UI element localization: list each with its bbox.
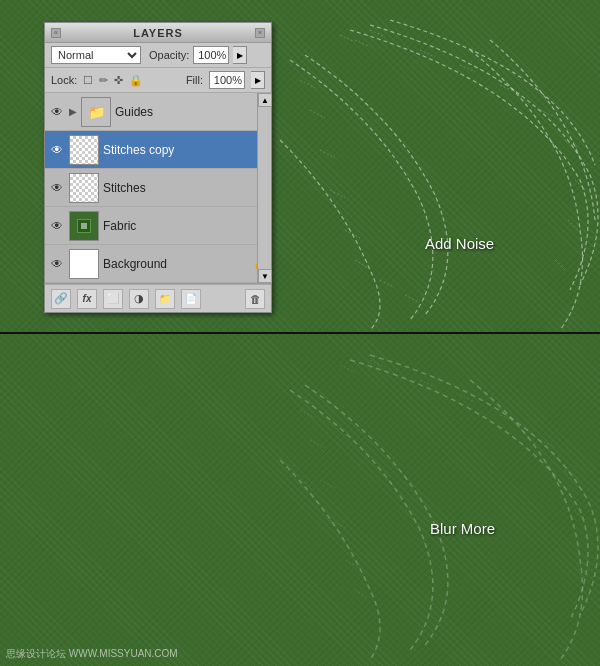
blend-mode-row: Normal Multiply Screen Overlay Opacity: … <box>45 43 271 68</box>
lock-all-icon[interactable]: 🔒 <box>129 74 143 87</box>
watermark: 思缘设计论坛 WWW.MISSYUAN.COM <box>6 647 178 661</box>
panel-title: LAYERS <box>133 27 183 39</box>
layers-panel: « LAYERS × Normal Multiply Screen Overla… <box>44 22 272 313</box>
fabric-background-bottom <box>0 333 600 666</box>
panel-controls: « <box>51 28 61 38</box>
blend-mode-select[interactable]: Normal Multiply Screen Overlay <box>51 46 141 64</box>
thumbnail-background <box>69 249 99 279</box>
layer-stitches-copy[interactable]: 👁 Stitches copy <box>45 131 271 169</box>
layer-background[interactable]: 👁 Background 🔒 <box>45 245 271 283</box>
layers-scrollbar[interactable]: ▲ ▼ <box>257 93 271 283</box>
folder-btn[interactable]: 📁 <box>155 289 175 309</box>
add-mask-btn[interactable]: ⬜ <box>103 289 123 309</box>
lock-pixels-icon[interactable]: ✏ <box>99 74 108 87</box>
panel-minimize-btn[interactable]: « <box>51 28 61 38</box>
layer-name-stitches-copy: Stitches copy <box>103 143 267 157</box>
opacity-arrow[interactable]: ▶ <box>233 46 247 64</box>
layer-name-fabric: Fabric <box>103 219 267 233</box>
link-layers-btn[interactable]: 🔗 <box>51 289 71 309</box>
panel-toolbar: 🔗 fx ⬜ ◑ 📁 📄 🗑 <box>45 284 271 312</box>
lock-row: Lock: ☐ ✏ ✜ 🔒 Fill: ▶ <box>45 68 271 93</box>
eye-icon-guides[interactable]: 👁 <box>49 104 65 120</box>
layer-fx-btn[interactable]: fx <box>77 289 97 309</box>
scroll-down-btn[interactable]: ▼ <box>258 269 272 283</box>
panel-titlebar: « LAYERS × <box>45 23 271 43</box>
layer-name-guides: Guides <box>115 105 267 119</box>
eye-icon-stitches[interactable]: 👁 <box>49 180 65 196</box>
thumbnail-guides: 📁 <box>81 97 111 127</box>
eye-icon-stitches-copy[interactable]: 👁 <box>49 142 65 158</box>
lock-transparent-icon[interactable]: ☐ <box>83 74 93 87</box>
adjustment-btn[interactable]: ◑ <box>129 289 149 309</box>
opacity-input[interactable] <box>193 46 229 64</box>
eye-icon-background[interactable]: 👁 <box>49 256 65 272</box>
thumbnail-stitches <box>69 173 99 203</box>
eye-icon-fabric[interactable]: 👁 <box>49 218 65 234</box>
expand-icon-guides[interactable]: ▶ <box>69 106 77 117</box>
new-layer-btn[interactable]: 📄 <box>181 289 201 309</box>
thumbnail-stitches-copy <box>69 135 99 165</box>
layer-name-background: Background <box>103 257 249 271</box>
delete-layer-btn[interactable]: 🗑 <box>245 289 265 309</box>
layer-stitches[interactable]: 👁 Stitches <box>45 169 271 207</box>
layer-guides[interactable]: 👁 ▶ 📁 Guides <box>45 93 271 131</box>
fill-arrow[interactable]: ▶ <box>251 71 265 89</box>
panel-close-btn[interactable]: × <box>255 28 265 38</box>
layer-name-stitches: Stitches <box>103 181 267 195</box>
fill-label: Fill: <box>186 74 203 86</box>
layer-fabric[interactable]: 👁 Fabric <box>45 207 271 245</box>
opacity-label: Opacity: <box>149 49 189 61</box>
lock-position-icon[interactable]: ✜ <box>114 74 123 87</box>
folder-icon-guides: 📁 <box>88 104 105 120</box>
fill-input[interactable] <box>209 71 245 89</box>
lock-label: Lock: <box>51 74 77 86</box>
scroll-up-btn[interactable]: ▲ <box>258 93 272 107</box>
thumbnail-fabric <box>69 211 99 241</box>
layers-list: 👁 ▶ 📁 Guides 👁 Stitches copy 👁 Stitches <box>45 93 271 284</box>
